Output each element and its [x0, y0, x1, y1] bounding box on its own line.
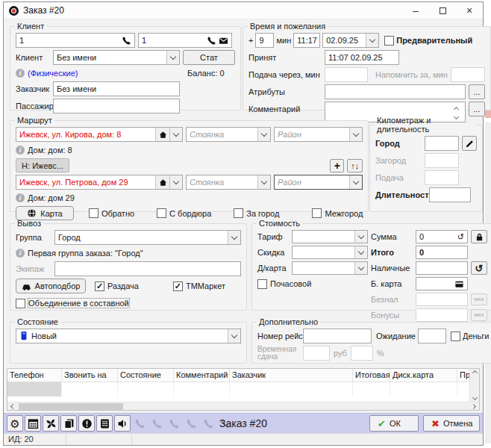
date-combobox[interactable]: 02.09.25: [322, 33, 379, 48]
maximize-button[interactable]: [429, 2, 456, 19]
attributes-more-button[interactable]: ...: [469, 84, 485, 99]
discount-combobox[interactable]: [292, 246, 368, 259]
to-district-combobox[interactable]: Район: [274, 175, 363, 190]
scroll-down-icon[interactable]: [472, 395, 477, 400]
tmmarket-checkbox[interactable]: ✓: [173, 281, 183, 291]
client-combobox[interactable]: Без имени: [53, 50, 180, 65]
phone-1-value: 1: [19, 36, 24, 45]
flight-number-input[interactable]: [303, 329, 372, 343]
swap-stops-button[interactable]: ↑↓: [347, 159, 363, 172]
district-placeholder: Район: [278, 130, 301, 139]
customer-input[interactable]: Без имени: [53, 81, 180, 96]
header-customer[interactable]: Заказчик: [230, 369, 353, 382]
compound-label: Объединение в составной: [28, 299, 129, 308]
table-row[interactable]: [7, 382, 469, 396]
close-button[interactable]: ×: [456, 2, 483, 19]
autoselect-button[interactable]: Автоподбор: [16, 279, 86, 293]
from-curb-checkbox[interactable]: [157, 208, 166, 218]
from-address-combobox[interactable]: Ижевск, ул. Кирова, дом: 8: [16, 127, 183, 142]
money-accepted-checkbox[interactable]: [451, 332, 460, 341]
selected-cell[interactable]: [7, 382, 62, 396]
plus-label: +: [248, 36, 253, 45]
to-address-combobox[interactable]: Ижевск, ул. Петрова, дом 29: [16, 175, 183, 190]
refresh-icon[interactable]: ↺: [457, 232, 464, 242]
ok-button[interactable]: ✔ ОК: [369, 415, 419, 432]
accepted-label: Принят: [248, 53, 322, 62]
tmmarket-label: ТММаркет: [186, 281, 225, 290]
directory-button[interactable]: [96, 415, 113, 432]
duration-input[interactable]: [429, 187, 471, 202]
schedule-button[interactable]: [25, 415, 41, 432]
sound-button[interactable]: [114, 415, 131, 432]
city-km-label: Город: [375, 139, 422, 148]
bank-card-input[interactable]: [416, 277, 468, 290]
group-label: Группа: [16, 233, 51, 242]
lock-sum-button[interactable]: [471, 230, 487, 243]
cash-input[interactable]: [416, 261, 468, 275]
address-history-button[interactable]: Н: Ижевс...: [16, 158, 69, 172]
comment-more-button[interactable]: ...: [469, 102, 485, 116]
copy-order-button[interactable]: [60, 415, 77, 432]
header-disc-card[interactable]: Диск.карта: [390, 369, 457, 382]
vertical-scrollbar[interactable]: [469, 369, 479, 402]
state-combobox[interactable]: Новый: [16, 329, 241, 343]
recalc-button[interactable]: ↺: [471, 261, 487, 275]
header-total[interactable]: Итоговая...: [353, 369, 390, 382]
attributes-input[interactable]: [325, 84, 466, 99]
hourly-checkbox[interactable]: [257, 279, 267, 289]
from-district-combobox[interactable]: Район: [274, 127, 363, 142]
scroll-left-icon[interactable]: [10, 403, 16, 408]
home-icon[interactable]: [155, 128, 169, 141]
header-clipped[interactable]: Пр: [457, 369, 469, 382]
intercity-checkbox[interactable]: [312, 208, 322, 218]
group-combobox[interactable]: Город: [54, 230, 241, 245]
feed-km-input: [425, 170, 459, 185]
remind-input: [451, 67, 485, 82]
phone-icon: [220, 418, 231, 429]
to-address-info: Дом: дом 29: [28, 193, 75, 202]
header-comment[interactable]: Комментарий: [174, 369, 230, 382]
edit-mileage-button[interactable]: [462, 136, 477, 151]
dcard-combobox[interactable]: [292, 261, 368, 275]
client-legend: Клиент: [15, 22, 46, 31]
total-input: 0: [416, 246, 468, 259]
minimize-button[interactable]: –: [402, 2, 429, 19]
phone-input-1[interactable]: 1: [16, 33, 135, 48]
compound-checkbox[interactable]: [16, 299, 25, 308]
total-value: 0: [419, 248, 424, 257]
from-parking-combobox[interactable]: Стоянка: [186, 127, 271, 142]
home-icon[interactable]: [155, 175, 169, 189]
scrollbar-thumb[interactable]: [19, 403, 123, 410]
client-category-link[interactable]: (Физические): [28, 69, 78, 78]
to-parking-combobox[interactable]: Стоянка: [186, 175, 271, 190]
preliminary-checkbox[interactable]: [384, 36, 394, 46]
scroll-up-icon[interactable]: [472, 370, 477, 376]
order-info-button[interactable]: [78, 415, 95, 432]
tariff-label: Тариф: [257, 232, 289, 241]
city-km-input[interactable]: [425, 136, 459, 151]
phone-input-2[interactable]: 1: [138, 33, 232, 48]
percent-label: %: [377, 349, 384, 358]
header-phone[interactable]: Телефон: [7, 369, 62, 382]
settings-button[interactable]: ⚙: [7, 415, 23, 432]
horizontal-scrollbar[interactable]: [7, 402, 479, 410]
return-trip-checkbox[interactable]: [89, 208, 98, 218]
time-input[interactable]: 11:17: [293, 33, 320, 48]
sum-input[interactable]: 0 ↺: [416, 230, 468, 243]
out-of-town-checkbox[interactable]: [234, 208, 243, 218]
pickup-after-input[interactable]: [325, 67, 368, 82]
cancel-button[interactable]: ✖ Отмена: [423, 415, 480, 432]
passenger-input[interactable]: [53, 99, 180, 113]
distribution-button[interactable]: [43, 415, 59, 432]
distribution-checkbox[interactable]: ✓: [95, 281, 104, 291]
header-call-to[interactable]: Звонить на: [62, 369, 118, 382]
add-stop-button[interactable]: +: [330, 159, 344, 172]
feed-km-label: Подача: [375, 173, 422, 182]
offset-minutes-input[interactable]: 9: [255, 33, 274, 48]
header-state[interactable]: Состояние: [118, 369, 174, 382]
tariff-combobox[interactable]: [292, 230, 368, 243]
stat-button[interactable]: Стат: [183, 50, 235, 65]
scroll-right-icon[interactable]: [471, 403, 476, 408]
waiting-input[interactable]: [418, 329, 446, 343]
crew-input[interactable]: [54, 261, 241, 276]
